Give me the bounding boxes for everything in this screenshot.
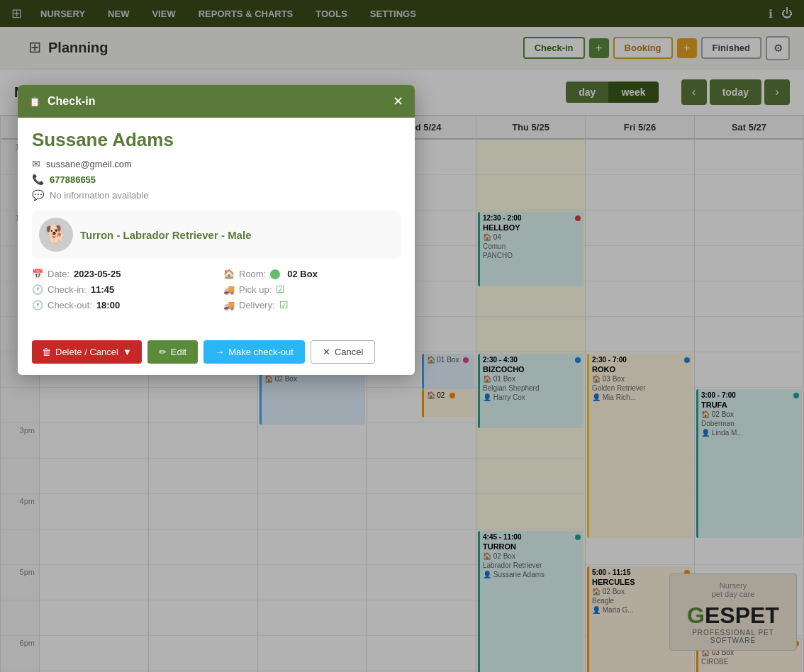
modal-checkin-icon: 📋 — [29, 96, 40, 107]
trash-icon: 🗑 — [42, 347, 51, 357]
edit-button[interactable]: ✏ Edit — [147, 340, 198, 364]
pet-name: Turron - Labrador Retriever - Male — [80, 229, 251, 241]
modal-header: 📋 Check-in ✕ — [18, 85, 415, 118]
delivery-row: 🚚 Delivery: ☑ — [223, 299, 401, 310]
room-icon: 🏠 — [223, 269, 235, 279]
delete-cancel-button[interactable]: 🗑 Delete / Cancel ▼ — [32, 340, 142, 364]
client-email: sussane@gmeil.com — [46, 159, 132, 169]
checkout-icon: → — [215, 347, 224, 357]
checkout-row: 🕐 Check-out: 18:00 — [32, 299, 209, 310]
client-phone: 677886655 — [50, 174, 96, 185]
room-row: 🏠 Room: 02 Box — [223, 269, 401, 279]
delivery-checkbox: ☑ — [279, 299, 289, 310]
details-grid: 📅 Date: 2023-05-25 🏠 Room: 02 Box 🕐 Chec… — [32, 269, 401, 310]
checkin-time-icon: 🕐 — [32, 284, 43, 295]
checkin-value: 11:45 — [91, 284, 114, 295]
modal-body: Sussane Adams ✉ sussane@gmeil.com 📞 6778… — [18, 118, 415, 333]
pet-avatar: 🐕 — [39, 218, 73, 252]
pet-info: Turron - Labrador Retriever - Male — [80, 229, 251, 241]
checkin-row: 🕐 Check-in: 11:45 — [32, 284, 209, 295]
room-color-dot — [270, 269, 280, 279]
delete-dropdown-arrow: ▼ — [123, 347, 132, 357]
make-checkout-button[interactable]: → Make check-out — [203, 340, 305, 364]
checkout-value: 18:00 — [96, 300, 120, 310]
modal-close-button[interactable]: ✕ — [393, 94, 403, 109]
client-name: Sussane Adams — [32, 129, 401, 151]
whatsapp-icon: 💬 — [32, 189, 44, 201]
email-icon: ✉ — [32, 158, 40, 169]
whatsapp-row: 💬 No information available — [32, 189, 401, 201]
pickup-checkbox: ☑ — [276, 284, 285, 295]
calendar-icon: 📅 — [32, 269, 43, 279]
pickup-row: 🚚 Pick up: ☑ — [223, 284, 401, 295]
edit-icon: ✏ — [159, 347, 167, 357]
delivery-icon: 🚚 — [223, 300, 235, 310]
room-value: 02 Box — [287, 269, 318, 279]
delivery-label: Delivery: — [239, 300, 275, 310]
pet-row: 🐕 Turron - Labrador Retriever - Male — [32, 211, 401, 259]
checkin-modal: 📋 Check-in ✕ Sussane Adams ✉ sussane@gme… — [18, 85, 415, 375]
date-value: 2023-05-25 — [74, 269, 121, 279]
modal-title: Check-in — [48, 95, 96, 108]
date-row: 📅 Date: 2023-05-25 — [32, 269, 209, 279]
room-label: Room: — [239, 269, 266, 279]
modal-footer: 🗑 Delete / Cancel ▼ ✏ Edit → Make check-… — [18, 333, 415, 375]
checkout-label: Check-out: — [48, 300, 92, 310]
checkout-time-icon: 🕐 — [32, 300, 43, 310]
cancel-button[interactable]: ✕ Cancel — [311, 340, 375, 364]
checkin-label: Check-in: — [48, 284, 86, 295]
email-row: ✉ sussane@gmeil.com — [32, 158, 401, 169]
pickup-label: Pick up: — [239, 284, 272, 295]
date-label: Date: — [48, 269, 69, 279]
phone-icon: 📞 — [32, 174, 44, 185]
cancel-icon: ✕ — [323, 347, 330, 357]
pickup-icon: 🚚 — [223, 284, 235, 295]
client-whatsapp: No information available — [50, 190, 148, 201]
phone-row: 📞 677886655 — [32, 174, 401, 185]
